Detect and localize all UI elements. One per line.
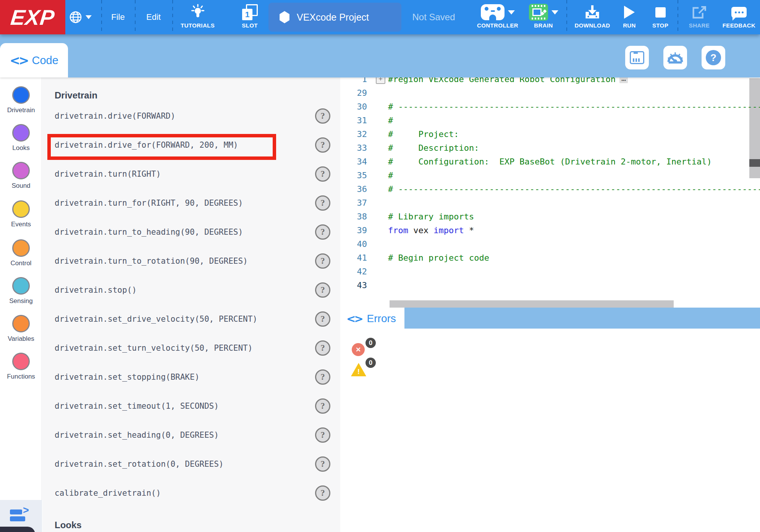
feedback-icon — [731, 3, 747, 21]
tab-code[interactable]: <> Code — [0, 43, 68, 77]
command-help-button[interactable]: ? — [315, 137, 330, 153]
code-tab-label: Code — [32, 54, 58, 67]
code-line-text: # Begin project code — [388, 253, 489, 263]
category-label: Functions — [0, 373, 42, 380]
command-row: drivetrain.set_stopping(BRAKE)? — [42, 363, 340, 392]
line-number: 36 — [340, 184, 367, 194]
help-button-toolbar[interactable]: ? — [702, 46, 725, 69]
command-text[interactable]: calibrate_drivetrain() — [55, 488, 161, 498]
sidebar-item-looks[interactable]: Looks — [0, 124, 42, 152]
line-number: 31 — [340, 116, 367, 125]
download-button[interactable]: DOWNLOAD — [570, 0, 615, 34]
sidebar-item-functions[interactable]: Functions — [0, 353, 42, 380]
sidebar-item-sound[interactable]: Sound — [0, 162, 42, 190]
command-help-button[interactable]: ? — [315, 311, 330, 327]
command-help-button[interactable]: ? — [315, 369, 330, 385]
folded-region-ellipsis[interactable]: … — [619, 77, 628, 83]
controller-button[interactable]: CONTROLLER — [472, 0, 523, 34]
errors-body: ✕ 0 ! 0 — [340, 329, 760, 532]
warning-count-icon: ! — [351, 363, 366, 376]
tutorials-button[interactable]: TUTORIALS — [174, 0, 222, 34]
sidebar-item-variables[interactable]: Variables — [0, 315, 42, 343]
command-text[interactable]: drivetrain.set_timeout(1, SECONDS) — [55, 401, 219, 411]
save-status: Not Saved — [408, 0, 459, 34]
code-line: 40 — [340, 237, 760, 251]
device-info-button[interactable] — [625, 46, 649, 69]
file-menu[interactable]: File — [102, 0, 134, 34]
sidebar-item-drivetrain[interactable]: Drivetrain — [0, 86, 42, 114]
command-help-button[interactable]: ? — [315, 224, 330, 240]
errors-header: <> Errors — [340, 308, 760, 329]
exp-logo: EXP — [0, 0, 65, 34]
command-help-button[interactable]: ? — [315, 485, 330, 501]
slot-button[interactable]: 1 SLOT — [229, 0, 270, 34]
command-text[interactable]: drivetrain.set_rotation(0, DEGREES) — [55, 459, 224, 469]
exp-logo-text: EXP — [10, 5, 56, 30]
command-text[interactable]: drivetrain.set_drive_velocity(50, PERCEN… — [55, 314, 257, 324]
brain-button[interactable]: BRAIN — [524, 0, 563, 34]
sidebar-item-control[interactable]: Control — [0, 239, 42, 267]
category-label: Events — [0, 221, 42, 228]
command-help-button[interactable]: ? — [315, 253, 330, 269]
command-help-button[interactable]: ? — [315, 427, 330, 443]
command-row: drivetrain.set_timeout(1, SECONDS)? — [42, 392, 340, 421]
sidebar-item-events[interactable]: Events — [0, 200, 42, 228]
edit-menu[interactable]: Edit — [136, 0, 171, 34]
category-circle — [12, 277, 30, 295]
command-text[interactable]: drivetrain.set_stopping(BRAKE) — [55, 372, 199, 382]
command-text[interactable]: drivetrain.set_turn_velocity(50, PERCENT… — [55, 343, 252, 353]
sidebar-item-sensing[interactable]: Sensing — [0, 277, 42, 305]
run-label: RUN — [623, 22, 636, 29]
code-line: 35# — [340, 168, 760, 182]
command-text[interactable]: drivetrain.turn_for(RIGHT, 90, DEGREES) — [55, 198, 243, 208]
command-text[interactable]: drivetrain.stop() — [55, 285, 137, 295]
horizontal-scrollbar[interactable] — [340, 300, 760, 308]
tab-errors[interactable]: <> Errors — [340, 308, 404, 330]
command-help-button[interactable]: ? — [315, 456, 330, 472]
command-text[interactable]: drivetrain.turn_to_rotation(90, DEGREES) — [55, 256, 248, 266]
code-line: 36# ------------------------------------… — [340, 182, 760, 196]
command-text[interactable]: drivetrain.set_heading(0, DEGREES) — [55, 430, 219, 440]
code-token: import — [433, 226, 464, 235]
divider — [172, 0, 173, 34]
feedback-button[interactable]: FEEDBACK — [720, 0, 758, 34]
code-line: 41# Begin project code — [340, 251, 760, 264]
line-number: 29 — [340, 88, 367, 98]
language-menu[interactable] — [69, 0, 92, 34]
category-circle — [12, 200, 30, 218]
fold-toggle-icon[interactable]: + — [376, 77, 385, 84]
code-token: # — [388, 184, 398, 194]
divider — [678, 0, 678, 34]
command-help-button[interactable]: ? — [315, 195, 330, 211]
dashboard-button[interactable] — [663, 46, 687, 69]
code-editor[interactable]: 1+#region VEXcode Generated Robot Config… — [340, 77, 760, 300]
command-help-button[interactable]: ? — [315, 340, 330, 356]
command-help-button[interactable]: ? — [315, 282, 330, 298]
line-number: 35 — [340, 171, 367, 180]
run-button[interactable]: RUN — [616, 0, 643, 34]
question-icon: ? — [706, 50, 721, 65]
command-text[interactable]: drivetrain.turn_to_heading(90, DEGREES) — [55, 227, 243, 237]
code-token: # — [388, 102, 398, 111]
line-number: 37 — [340, 198, 367, 208]
project-name-button[interactable]: VEXcode Project — [268, 3, 401, 32]
stop-button[interactable]: STOP — [646, 0, 674, 34]
horizontal-scrollbar-thumb[interactable] — [390, 300, 674, 308]
command-help-button[interactable]: ? — [315, 398, 330, 414]
lightbulb-icon — [190, 3, 206, 21]
command-help-button[interactable]: ? — [315, 108, 330, 124]
line-number: 40 — [340, 239, 367, 249]
command-text[interactable]: drivetrain.drive(FORWARD) — [55, 111, 175, 121]
code-line: 37 — [340, 196, 760, 210]
share-button[interactable]: SHARE — [681, 0, 718, 34]
line-number: 43 — [340, 281, 367, 290]
errors-angle-icon: <> — [346, 312, 362, 325]
command-row: drivetrain.set_heading(0, DEGREES)? — [42, 421, 340, 450]
x-mark-icon: ✕ — [356, 346, 361, 354]
command-help-button[interactable]: ? — [315, 166, 330, 182]
code-token: # Description: — [388, 143, 479, 153]
command-text[interactable]: drivetrain.turn(RIGHT) — [55, 169, 161, 179]
category-label: Variables — [0, 335, 42, 343]
tutorials-label: TUTORIALS — [181, 22, 215, 29]
share-icon — [691, 3, 707, 21]
